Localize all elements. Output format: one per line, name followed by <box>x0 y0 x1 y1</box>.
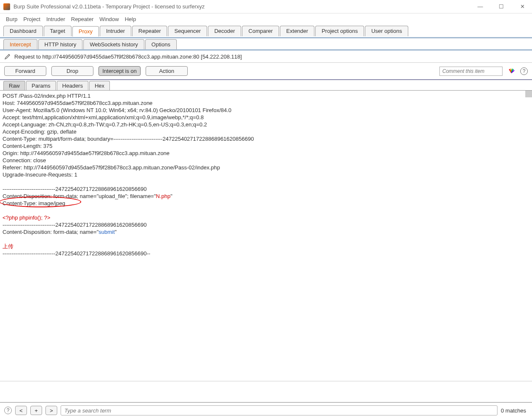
forward-button[interactable]: Forward <box>4 66 46 76</box>
viewtab-headers[interactable]: Headers <box>57 81 88 90</box>
scrollbar-thumb[interactable] <box>525 91 532 97</box>
search-next-button[interactable]: > <box>45 406 57 415</box>
main-tabs: Dashboard Target Proxy Intruder Repeater… <box>0 25 532 38</box>
raw-line: Accept-Encoding: gzip, deflate <box>3 128 529 135</box>
raw-line: User-Agent: Mozilla/5.0 (Windows NT 10.0… <box>3 107 529 114</box>
search-help-icon[interactable]: ? <box>4 407 12 414</box>
menubar: Burp Project Intruder Repeater Window He… <box>0 13 532 25</box>
menu-burp[interactable]: Burp <box>3 15 20 23</box>
drop-button[interactable]: Drop <box>51 66 93 76</box>
raw-line: -----------------------------24722540271… <box>3 221 529 228</box>
raw-request-editor[interactable]: POST /Pass-02/index.php HTTP/1.1 Host: 7… <box>0 91 532 381</box>
raw-line <box>3 236 529 243</box>
tab-repeater[interactable]: Repeater <box>132 26 167 36</box>
search-bar: ? < + > 0 matches <box>0 402 532 418</box>
raw-line: Accept: text/html,application/xhtml+xml,… <box>3 114 529 121</box>
raw-line <box>3 207 529 214</box>
raw-line: Origin: http://7449560597d9455dae57f9f28… <box>3 150 529 157</box>
raw-line: 上传 <box>3 243 529 250</box>
menu-intruder[interactable]: Intruder <box>44 15 68 23</box>
view-tabs: Raw Params Headers Hex <box>0 80 532 91</box>
search-prev-button[interactable]: < <box>15 406 27 415</box>
tab-extender[interactable]: Extender <box>280 26 314 36</box>
action-button[interactable]: Action <box>146 66 188 76</box>
subtab-intercept[interactable]: Intercept <box>3 39 37 49</box>
tab-proxy[interactable]: Proxy <box>72 26 99 37</box>
action-bar: Forward Drop Intercept is on Action ? <box>0 63 532 80</box>
tab-target[interactable]: Target <box>44 26 72 36</box>
subtab-websockets-history[interactable]: WebSockets history <box>83 39 144 49</box>
subtab-options[interactable]: Options <box>145 39 177 49</box>
viewtab-hex[interactable]: Hex <box>89 81 110 90</box>
search-input[interactable] <box>61 405 497 415</box>
help-icon[interactable]: ? <box>520 67 528 75</box>
palette-icon[interactable] <box>508 67 515 75</box>
window-controls: — ☐ ✕ <box>474 3 529 10</box>
raw-line: -----------------------------24722540271… <box>3 250 529 257</box>
minimize-button[interactable]: — <box>474 3 487 10</box>
tab-decoder[interactable]: Decoder <box>208 26 241 36</box>
raw-line: Connection: close <box>3 157 529 164</box>
tab-intruder[interactable]: Intruder <box>100 26 131 36</box>
titlebar: Burp Suite Professional v2.0.11beta - Te… <box>0 0 532 13</box>
raw-line: Content-Disposition: form-data; name="su… <box>3 228 529 236</box>
menu-project[interactable]: Project <box>21 15 43 23</box>
tab-project-options[interactable]: Project options <box>315 26 364 36</box>
viewtab-params[interactable]: Params <box>26 81 56 90</box>
subtab-http-history[interactable]: HTTP history <box>38 39 83 49</box>
proxy-sub-tabs: Intercept HTTP history WebSockets histor… <box>0 38 532 51</box>
maximize-button[interactable]: ☐ <box>495 3 508 10</box>
raw-line: Content-Type: image/jpeg <box>3 200 529 207</box>
raw-line: Upgrade-Insecure-Requests: 1 <box>3 171 529 178</box>
comment-input[interactable] <box>439 67 503 76</box>
menu-help[interactable]: Help <box>122 15 138 23</box>
tab-dashboard[interactable]: Dashboard <box>3 26 43 36</box>
search-add-button[interactable]: + <box>30 406 42 415</box>
raw-line: Host: 7449560597d9455dae57f9f28b678cc3.a… <box>3 99 529 107</box>
close-button[interactable]: ✕ <box>516 3 529 10</box>
app-icon <box>3 3 10 10</box>
match-count: 0 matches <box>501 407 528 414</box>
raw-line: <?php phpinfo(); ?> <box>3 214 529 221</box>
tab-sequencer[interactable]: Sequencer <box>168 26 207 36</box>
raw-line: Content-Disposition: form-data; name="up… <box>3 193 529 200</box>
raw-line: Referer: http://7449560597d9455dae57f9f2… <box>3 164 529 171</box>
raw-line: Content-Type: multipart/form-data; bound… <box>3 135 529 142</box>
tab-user-options[interactable]: User options <box>365 26 408 36</box>
viewtab-raw[interactable]: Raw <box>3 81 25 90</box>
raw-line: Content-Length: 375 <box>3 142 529 150</box>
raw-line <box>3 178 529 185</box>
raw-line: Accept-Language: zh-CN,zh;q=0.8,zh-TW;q=… <box>3 121 529 128</box>
tab-comparer[interactable]: Comparer <box>242 26 279 36</box>
titlebar-text: Burp Suite Professional v2.0.11beta - Te… <box>13 3 474 10</box>
request-info-bar: Request to http://7449560597d9455dae57f9… <box>0 51 532 63</box>
menu-window[interactable]: Window <box>97 15 121 23</box>
menu-repeater[interactable]: Repeater <box>69 15 96 23</box>
raw-line: -----------------------------24722540271… <box>3 185 529 193</box>
intercept-toggle-button[interactable]: Intercept is on <box>98 66 141 76</box>
raw-line: POST /Pass-02/index.php HTTP/1.1 <box>3 92 529 99</box>
pencil-icon <box>4 53 11 60</box>
request-info-text: Request to http://7449560597d9455dae57f9… <box>14 54 242 60</box>
